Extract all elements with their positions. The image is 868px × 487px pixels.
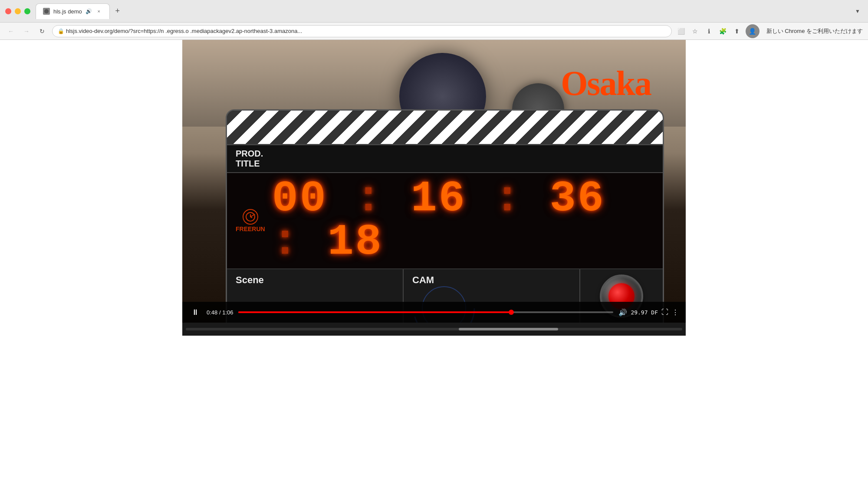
clapperboard: PROD.TITLE xyxy=(226,109,664,323)
bookmark-star-icon[interactable]: ☆ xyxy=(690,26,700,36)
main-content: Osaka PROD.TITLE xyxy=(0,40,868,487)
info-icon[interactable]: ℹ xyxy=(704,26,714,36)
time-display: 0:48 / 1:06 xyxy=(207,309,233,316)
svg-line-3 xyxy=(250,217,252,218)
security-lock-icon: 🔒 xyxy=(58,28,64,34)
clapperboard-stripes xyxy=(227,111,663,145)
progress-fill xyxy=(238,311,511,313)
active-tab[interactable]: hls.js demo 🔊 × xyxy=(36,3,110,19)
freerun-label: FREERUN xyxy=(236,226,265,232)
clapperboard-labels: PROD.TITLE xyxy=(227,145,663,173)
tab-favicon-icon xyxy=(43,8,50,15)
share-icon[interactable]: ⬆ xyxy=(732,26,742,36)
close-button[interactable] xyxy=(5,8,11,14)
chrome-notification: 新しい Chrome をご利用いただけます xyxy=(766,27,863,35)
more-options-icon[interactable]: ⋮ xyxy=(672,308,679,317)
reload-button[interactable]: ↻ xyxy=(36,26,48,37)
timecode-label-group: FREERUN xyxy=(236,209,265,232)
tc-seconds: 36 xyxy=(550,174,605,223)
video-player[interactable]: Osaka PROD.TITLE xyxy=(182,40,686,323)
timecode-display: FREERUN 00 : 16 : 36 : 18 xyxy=(227,173,663,269)
window-controls xyxy=(5,8,30,14)
tab-close-button[interactable]: × xyxy=(95,8,102,15)
duration: 1:06 xyxy=(222,309,233,316)
progress-bar[interactable] xyxy=(238,311,613,313)
svg-point-0 xyxy=(44,9,49,13)
current-time: 0:48 xyxy=(207,309,217,316)
new-tab-button[interactable]: + xyxy=(112,5,124,17)
back-button[interactable]: ← xyxy=(5,26,16,37)
profile-icon[interactable]: 👤 xyxy=(746,24,760,38)
clock-icon xyxy=(243,209,258,225)
content-area xyxy=(0,336,868,487)
tab-bar: hls.js demo 🔊 × + xyxy=(36,3,852,19)
video-scene: Osaka PROD.TITLE xyxy=(182,40,686,323)
scroll-thumb[interactable] xyxy=(459,328,558,330)
url-text: hlsjs.video-dev.org/demo/?src=https://n … xyxy=(66,28,302,34)
video-container: Osaka PROD.TITLE xyxy=(182,40,686,336)
timecode-numbers: 00 : 16 : 36 : 18 xyxy=(272,177,654,264)
svg-point-1 xyxy=(246,212,255,221)
osaka-overlay-text: Osaka xyxy=(561,64,651,103)
progress-thumb[interactable] xyxy=(509,310,514,315)
scene-label: Scene xyxy=(236,275,264,285)
tc-hours: 00 xyxy=(272,174,328,223)
extensions-icon[interactable]: 🧩 xyxy=(718,26,728,36)
forward-button[interactable]: → xyxy=(21,26,32,37)
maximize-button[interactable] xyxy=(24,8,30,14)
tc-frames: 18 xyxy=(328,218,383,267)
video-controls: ⏸ 0:48 / 1:06 🔊 29.97 DF ⛶ ⋮ xyxy=(182,302,686,323)
tc-minutes: 16 xyxy=(411,174,467,223)
tabs-dropdown-icon[interactable]: ▼ xyxy=(852,6,863,16)
prod-title-label: PROD.TITLE xyxy=(236,149,263,169)
bottom-scrollbar xyxy=(182,323,686,336)
fullscreen-icon[interactable]: ⛶ xyxy=(661,308,668,316)
right-controls: 🔊 29.97 DF ⛶ ⋮ xyxy=(618,308,679,317)
title-bar: hls.js demo 🔊 × + ▼ xyxy=(0,0,868,23)
tab-title: hls.js demo xyxy=(53,8,82,15)
tab-sound-icon: 🔊 xyxy=(85,8,92,14)
play-pause-button[interactable]: ⏸ xyxy=(189,306,201,318)
cast-icon[interactable]: ⬜ xyxy=(676,26,687,36)
volume-icon[interactable]: 🔊 xyxy=(618,308,627,317)
speed-display: 29.97 DF xyxy=(631,309,658,316)
toolbar-icons: ⬜ ☆ ℹ 🧩 ⬆ 👤 新しい Chrome をご利用いただけます xyxy=(676,24,863,38)
browser-window: hls.js demo 🔊 × + ▼ ← → ↻ 🔒 hlsjs.video-… xyxy=(0,0,868,487)
scroll-track[interactable] xyxy=(186,328,682,330)
url-bar[interactable]: 🔒 hlsjs.video-dev.org/demo/?src=https://… xyxy=(52,25,672,37)
address-bar: ← → ↻ 🔒 hlsjs.video-dev.org/demo/?src=ht… xyxy=(0,23,868,40)
minimize-button[interactable] xyxy=(15,8,21,14)
